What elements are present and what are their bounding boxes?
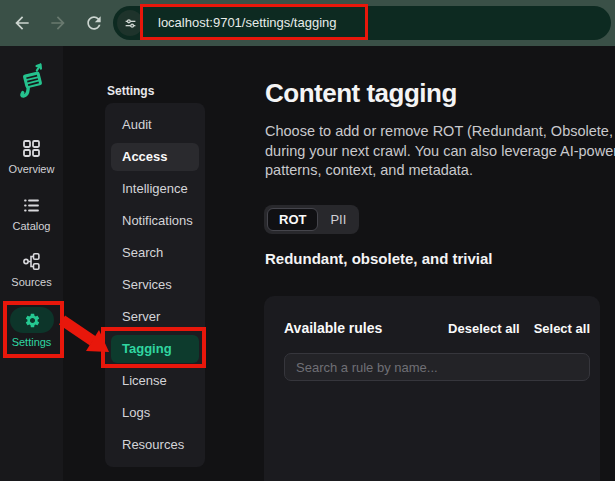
section-heading: Redundant, obsolete, and trivial <box>265 250 493 267</box>
sidebar-item-label: Overview <box>0 163 63 175</box>
sidebar-item-label: Sources <box>0 276 63 288</box>
menu-item-logs[interactable]: Logs <box>111 399 199 427</box>
deselect-all-button[interactable]: Deselect all <box>448 321 520 336</box>
sidebar-item-label: Catalog <box>0 220 63 232</box>
description-line: during your next crawl. You can also lev… <box>265 142 615 162</box>
sidebar-item-sources[interactable]: Sources <box>0 252 63 288</box>
forward-icon <box>48 13 68 33</box>
tab-rot[interactable]: ROT <box>267 208 318 231</box>
url-bar[interactable]: localhost:9701/settings/tagging <box>113 6 611 40</box>
menu-item-resources[interactable]: Resources <box>111 431 199 459</box>
url-text[interactable]: localhost:9701/settings/tagging <box>158 6 337 40</box>
sidebar-item-settings[interactable] <box>10 307 54 333</box>
menu-item-access[interactable]: Access <box>111 143 199 171</box>
menu-item-license[interactable]: License <box>111 367 199 395</box>
rule-search-input[interactable] <box>284 353 590 381</box>
page-description: Choose to add or remove ROT (Redundant, … <box>265 122 615 181</box>
sidebar-item-catalog[interactable]: Catalog <box>0 196 63 232</box>
app-logo-icon <box>13 62 51 98</box>
menu-item-intelligence[interactable]: Intelligence <box>111 175 199 203</box>
sidebar-item-overview[interactable]: Overview <box>0 139 63 175</box>
description-line: Choose to add or remove ROT (Redundant, … <box>265 122 615 142</box>
app-sidebar: Overview Catalog <box>0 46 63 481</box>
back-icon[interactable] <box>12 13 32 33</box>
menu-item-search[interactable]: Search <box>111 239 199 267</box>
menu-item-audit[interactable]: Audit <box>111 111 199 139</box>
rules-panel-title: Available rules <box>284 320 382 336</box>
available-rules-panel: Available rules Deselect all Select all <box>264 296 600 481</box>
site-settings-icon[interactable] <box>117 10 143 36</box>
gear-icon <box>24 312 41 329</box>
refresh-icon[interactable] <box>84 13 104 33</box>
rot-pii-toggle: ROT PII <box>264 205 359 234</box>
menu-item-services[interactable]: Services <box>111 271 199 299</box>
list-icon <box>22 196 41 215</box>
menu-item-server[interactable]: Server <box>111 303 199 331</box>
settings-menu: Audit Access Intelligence Notifications … <box>105 103 205 467</box>
sidebar-item-label: Settings <box>0 336 63 348</box>
tab-pii[interactable]: PII <box>320 209 356 230</box>
app-content: Overview Catalog <box>0 46 615 481</box>
flow-icon <box>22 252 41 271</box>
menu-item-notifications[interactable]: Notifications <box>111 207 199 235</box>
grid-icon <box>22 139 41 158</box>
page-title: Content tagging <box>265 78 457 109</box>
browser-window: localhost:9701/settings/tagging <box>0 0 615 481</box>
select-all-button[interactable]: Select all <box>534 321 590 336</box>
main-content: Content tagging Choose to add or remove … <box>264 46 615 481</box>
menu-item-tagging[interactable]: Tagging <box>111 335 199 363</box>
description-line: patterns, context, and metadata. <box>265 161 615 181</box>
settings-menu-heading: Settings <box>107 84 154 98</box>
browser-toolbar: localhost:9701/settings/tagging <box>0 0 615 46</box>
